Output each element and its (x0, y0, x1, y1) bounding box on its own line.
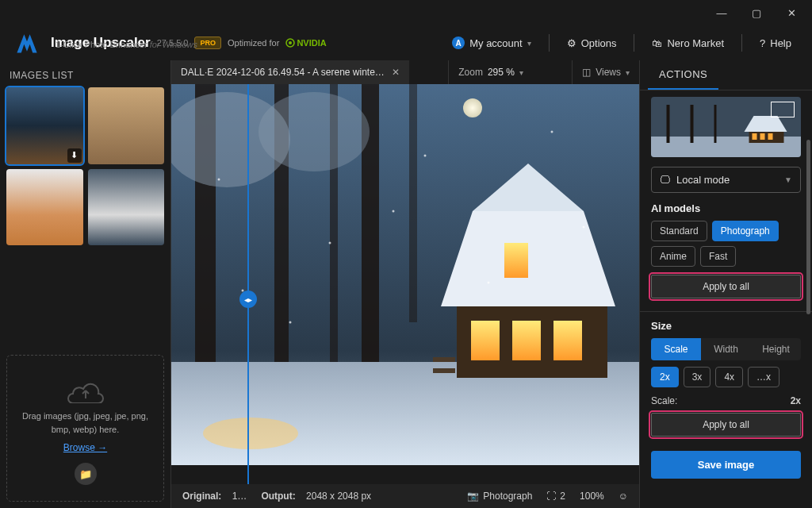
expand-icon: ⛶ (546, 491, 556, 502)
scrollbar[interactable] (806, 140, 810, 460)
svg-rect-35 (753, 133, 757, 140)
optimized-label: Optimized for (228, 38, 279, 48)
output-size: Output: 2048 x 2048 px (261, 491, 371, 502)
svg-rect-8 (409, 84, 417, 322)
svg-rect-40 (714, 105, 717, 143)
svg-point-1 (289, 41, 292, 44)
svg-rect-16 (471, 321, 500, 360)
status-progress: 100% (580, 491, 604, 502)
scale-2x[interactable]: 2x (651, 367, 679, 387)
model-fast[interactable]: Fast (700, 246, 736, 267)
ai-models-title: AI models (651, 202, 801, 214)
close-icon[interactable]: ✕ (392, 67, 400, 78)
scale-3x[interactable]: 3x (684, 367, 711, 387)
zoom-control[interactable]: Zoom 295 % ▾ (448, 60, 533, 84)
window-close[interactable]: ✕ (777, 2, 806, 24)
svg-rect-20 (433, 368, 455, 373)
svg-point-26 (289, 321, 292, 324)
monitor-icon: 🖵 (660, 174, 670, 186)
views-control[interactable]: ◫ Views ▾ (572, 60, 639, 84)
pro-badge: PRO (194, 37, 221, 49)
chevron-down-icon: ▾ (626, 68, 630, 77)
thumbnail-4[interactable] (88, 169, 165, 246)
image-tab[interactable]: DALL·E 2024-12-06 16.49.54 - A serene wi… (171, 60, 409, 84)
scale-custom[interactable]: …x (748, 367, 779, 387)
model-standard[interactable]: Standard (651, 221, 707, 241)
compare-slider-handle[interactable]: ◂▸ (239, 291, 257, 308)
tab-title: DALL·E 2024-12-06 16.49.54 - A serene wi… (181, 67, 385, 78)
svg-point-27 (488, 282, 490, 284)
app-logo (13, 29, 41, 57)
app-subtitle: 1-Click Photo Enhancer for Windows (56, 40, 197, 49)
compare-slider-line[interactable] (247, 84, 249, 484)
size-title: Size (651, 320, 801, 332)
apply-size-button[interactable]: Apply to all (651, 413, 801, 437)
folder-icon: 📁 (79, 468, 92, 480)
svg-point-24 (424, 155, 427, 157)
market-button[interactable]: 🛍 Nero Market (644, 33, 732, 54)
drop-text: Drag images (jpg, jpeg, jpe, png, bmp, w… (15, 410, 155, 436)
svg-point-28 (583, 226, 585, 229)
folder-button[interactable]: 📁 (75, 463, 97, 485)
window-minimize[interactable]: — (707, 2, 736, 24)
svg-rect-36 (760, 133, 765, 140)
svg-rect-19 (504, 243, 528, 278)
scale-label: Scale: (651, 395, 677, 406)
sliders-icon: ⚙ (567, 37, 576, 49)
scale-value: 2x (791, 395, 801, 406)
thumbnail-1[interactable]: ⬇ (6, 87, 83, 164)
navigator-thumbnail[interactable] (651, 97, 801, 157)
chevron-down-icon: ▾ (527, 39, 531, 48)
split-view-icon: ◫ (582, 67, 591, 78)
account-avatar-icon: A (452, 37, 465, 49)
actions-tab[interactable]: ACTIONS (648, 60, 718, 90)
cloud-upload-icon (63, 371, 108, 403)
svg-rect-17 (512, 321, 541, 360)
svg-rect-37 (768, 133, 773, 140)
model-photograph[interactable]: Photograph (712, 221, 779, 241)
download-icon[interactable]: ⬇ (67, 148, 82, 163)
size-tab-width[interactable]: Width (701, 338, 751, 360)
mode-select[interactable]: 🖵 Local mode ▼ (651, 167, 801, 193)
svg-point-29 (393, 210, 395, 213)
account-menu[interactable]: A My account ▾ (444, 32, 538, 54)
save-image-button[interactable]: Save image (651, 451, 801, 479)
window-maximize[interactable]: ▢ (742, 2, 771, 24)
drop-zone[interactable]: Drag images (jpg, jpeg, jpe, png, bmp, w… (6, 355, 164, 502)
svg-point-23 (329, 242, 331, 244)
svg-rect-21 (433, 357, 455, 362)
svg-point-12 (203, 418, 298, 449)
status-face-icon: ☺ (619, 491, 628, 502)
status-model: 📷Photograph (467, 491, 532, 502)
svg-rect-18 (553, 321, 582, 360)
thumbnail-3[interactable] (6, 169, 83, 246)
images-list-title: IMAGES LIST (6, 67, 164, 84)
svg-point-10 (259, 92, 370, 171)
size-tab-height[interactable]: Height (751, 338, 801, 360)
svg-rect-39 (691, 105, 694, 143)
scale-4x[interactable]: 4x (715, 367, 743, 387)
apply-models-button[interactable]: Apply to all (651, 275, 801, 298)
original-size: Original: 1… (182, 491, 247, 502)
svg-point-3 (463, 98, 482, 117)
cart-icon: 🛍 (652, 37, 662, 49)
preview-image (171, 84, 639, 465)
chevron-down-icon: ▾ (519, 68, 523, 77)
chevron-down-icon: ▼ (784, 175, 792, 184)
browse-link[interactable]: Browse → (63, 442, 107, 453)
options-button[interactable]: ⚙ Options (559, 33, 625, 54)
navigator-viewport[interactable] (771, 102, 795, 117)
status-scale: ⛶2 (546, 491, 565, 502)
svg-point-25 (551, 131, 553, 133)
svg-rect-38 (667, 105, 670, 143)
help-icon: ? (760, 37, 765, 49)
thumbnail-2[interactable] (88, 87, 165, 164)
svg-point-22 (218, 179, 220, 181)
nvidia-badge: NVIDIA (285, 38, 326, 48)
size-tab-scale[interactable]: Scale (651, 338, 701, 360)
model-anime[interactable]: Anime (651, 246, 695, 267)
camera-icon: 📷 (467, 491, 479, 502)
image-canvas[interactable]: ◂▸ (171, 84, 639, 484)
help-button[interactable]: ? Help (752, 33, 799, 54)
